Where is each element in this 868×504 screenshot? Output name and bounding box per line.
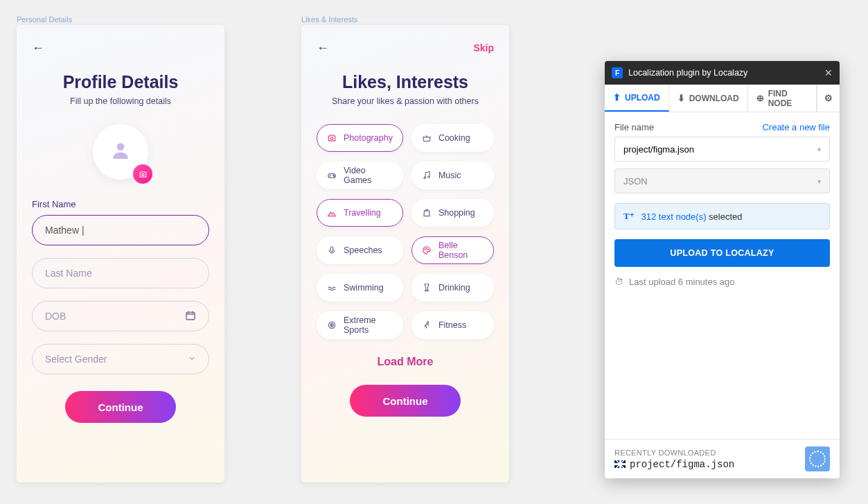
chip-label: Belle Benson <box>439 241 484 260</box>
chip-label: Photography <box>344 133 393 143</box>
chip-label: Fitness <box>439 320 466 330</box>
target-icon <box>327 320 337 330</box>
dob-field[interactable]: DOB <box>32 301 209 331</box>
chip-label: Extreme Sports <box>344 315 393 335</box>
mic-icon <box>327 245 337 255</box>
tab-upload-label: UPLOAD <box>625 93 660 103</box>
format-select-value: JSON <box>623 176 648 186</box>
palette-icon <box>422 245 432 255</box>
load-more-link[interactable]: Load More <box>317 356 494 368</box>
camera-icon <box>327 133 337 143</box>
chips-grid: PhotographyCookingVideo GamesMusicTravel… <box>317 124 494 339</box>
footer-badge-icon[interactable] <box>805 446 830 471</box>
tab-find-node[interactable]: ⊕ FIND NODE <box>748 85 817 112</box>
frame-label-likes-interests: Likes & Interests <box>301 15 357 24</box>
gender-field[interactable]: Select Gender <box>32 344 209 374</box>
upload-to-localazy-button[interactable]: UPLOAD TO LOCALAZY <box>614 239 830 267</box>
upload-icon: ⬆ <box>613 92 621 103</box>
chip-fitness[interactable]: Fitness <box>411 311 494 339</box>
chip-speeches[interactable]: Speeches <box>317 236 403 264</box>
screen-title: Likes, Interests <box>317 72 494 92</box>
gear-icon: ⚙ <box>824 93 833 103</box>
person-icon <box>109 139 132 164</box>
back-arrow-icon[interactable]: ← <box>317 41 329 55</box>
svg-point-1 <box>141 173 143 175</box>
tab-download[interactable]: ⬇ DOWNLOAD <box>669 85 748 112</box>
chevron-down-icon: ▾ <box>817 146 821 153</box>
avatar-wrapper <box>32 124 209 180</box>
first-name-field[interactable]: Mathew | <box>32 215 209 245</box>
glass-icon <box>422 283 432 293</box>
calendar-icon <box>185 310 196 323</box>
svg-point-8 <box>428 176 429 177</box>
mountain-icon <box>327 208 337 218</box>
uk-flag-icon <box>614 460 626 468</box>
chip-drinking[interactable]: Drinking <box>411 274 494 302</box>
plugin-body: File name Create a new file project/figm… <box>605 112 840 439</box>
chevron-down-icon: ▾ <box>817 177 821 185</box>
chip-cooking[interactable]: Cooking <box>411 124 494 152</box>
chip-label: Swimming <box>344 283 384 293</box>
nodes-selected-text: 312 text node(s) selected <box>641 211 743 222</box>
svg-rect-9 <box>330 247 333 252</box>
clock-icon: ⏱ <box>614 277 623 287</box>
svg-point-6 <box>334 176 335 177</box>
svg-point-10 <box>425 249 425 250</box>
music-icon <box>422 171 432 180</box>
format-select[interactable]: JSON ▾ <box>614 168 830 193</box>
svg-point-7 <box>424 177 425 178</box>
chip-label: Drinking <box>439 283 470 293</box>
nodes-selected-count[interactable]: 312 text node(s) <box>641 211 707 222</box>
avatar[interactable] <box>93 124 148 180</box>
close-icon[interactable]: ✕ <box>824 67 833 78</box>
screen-title: Profile Details <box>32 72 209 92</box>
continue-button[interactable]: Continue <box>350 385 461 417</box>
create-new-file-link[interactable]: Create a new file <box>762 122 830 132</box>
localazy-logo-icon: F <box>612 67 623 78</box>
nodes-selected-pill: T⁺ 312 text node(s) selected <box>614 203 830 229</box>
mobile-frame-likes-interests: ← Skip Likes, Interests Share your likes… <box>301 25 509 483</box>
crosshair-icon: ⊕ <box>756 93 764 103</box>
chip-label: Travelling <box>344 208 381 218</box>
file-select-value: project/figma.json <box>623 144 694 155</box>
chip-music[interactable]: Music <box>411 162 494 189</box>
plugin-header: F Localization plugin by Localazy ✕ <box>605 61 840 85</box>
tab-settings[interactable]: ⚙ <box>817 85 840 112</box>
continue-button[interactable]: Continue <box>65 391 176 423</box>
mobile-frame-profile-details: ← Profile Details Fill up the following … <box>17 25 224 483</box>
screen-subtitle: Share your likes & passion with others <box>317 96 494 106</box>
dob-placeholder: DOB <box>45 311 66 322</box>
first-name-value: Mathew | <box>45 225 85 236</box>
chip-photography[interactable]: Photography <box>317 124 403 152</box>
plugin-footer: RECENTLY DOWNLOADED project/figma.json <box>605 439 840 478</box>
chip-travelling[interactable]: Travelling <box>317 199 403 227</box>
svg-point-16 <box>427 322 428 323</box>
plugin-panel: F Localization plugin by Localazy ✕ ⬆ UP… <box>605 61 840 478</box>
chip-video-games[interactable]: Video Games <box>317 162 403 189</box>
last-upload-label: Last upload 6 minutes ago <box>629 277 735 287</box>
file-select[interactable]: project/figma.json ▾ <box>614 137 830 162</box>
chip-shopping[interactable]: Shopping <box>411 199 494 227</box>
chip-extreme-sports[interactable]: Extreme Sports <box>317 311 403 339</box>
back-arrow-icon[interactable]: ← <box>32 41 44 55</box>
skip-link[interactable]: Skip <box>473 42 494 53</box>
chip-label: Shopping <box>439 208 475 218</box>
plugin-title: Localization plugin by Localazy <box>628 68 819 78</box>
chip-label: Music <box>439 171 461 180</box>
text-icon: T⁺ <box>623 211 635 222</box>
last-name-placeholder: Last Name <box>45 268 92 279</box>
camera-badge-icon[interactable] <box>133 164 152 184</box>
run-icon <box>422 320 432 330</box>
last-name-field[interactable]: Last Name <box>32 258 209 288</box>
recently-downloaded-label: RECENTLY DOWNLOADED <box>614 449 798 457</box>
chip-belle-benson[interactable]: Belle Benson <box>411 236 494 264</box>
chip-swimming[interactable]: Swimming <box>317 274 403 302</box>
topbar: ← <box>32 37 209 58</box>
wave-icon <box>327 283 337 293</box>
chip-label: Video Games <box>344 166 393 185</box>
topbar: ← Skip <box>317 37 494 58</box>
chevron-down-icon <box>188 354 196 365</box>
recently-downloaded-file[interactable]: project/figma.json <box>614 459 798 470</box>
footer-text-wrap: RECENTLY DOWNLOADED project/figma.json <box>614 449 798 470</box>
tab-upload[interactable]: ⬆ UPLOAD <box>605 85 669 112</box>
